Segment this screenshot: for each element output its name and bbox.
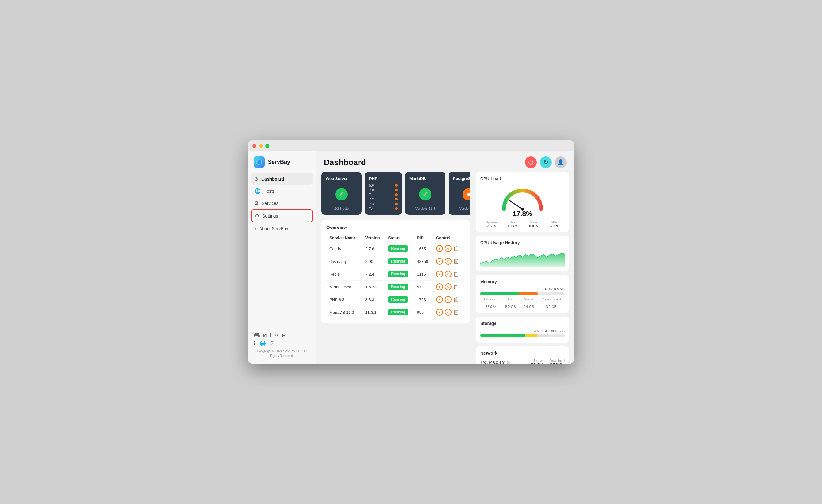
- service-name-cell: PHP 8.3: [326, 293, 362, 306]
- sidebar-item-label: About ServBay: [259, 226, 288, 231]
- memory-label-text: 10.8/16.0 GB: [544, 288, 565, 291]
- power-button[interactable]: ⏻: [525, 156, 537, 168]
- dot-icon: [395, 189, 398, 191]
- stop-button[interactable]: ■: [436, 258, 443, 265]
- cpu-system-label: System: [485, 220, 497, 224]
- cpu-history-widget: CPU Usage History: [476, 236, 569, 271]
- table-row: dnsmasq 2.90 Running 43750 ■ ↺ 📋: [326, 255, 465, 268]
- log-button[interactable]: 📋: [453, 259, 459, 264]
- cpu-gauge: 17.8%: [480, 184, 565, 218]
- sidebar-item-dashboard[interactable]: ⊙ Dashboard: [251, 173, 313, 185]
- maximize-button[interactable]: [266, 144, 270, 148]
- restart-button[interactable]: ↺: [445, 296, 452, 303]
- twitter-icon[interactable]: ✕: [275, 332, 279, 338]
- upload-label: Upload: [531, 359, 544, 363]
- sidebar-logo: ServBay: [248, 156, 316, 173]
- mariadb-card-title: MariaDB: [409, 176, 441, 181]
- refresh-button[interactable]: ↻: [540, 156, 552, 168]
- sidebar-item-services[interactable]: ⚙ Services: [251, 197, 313, 209]
- copy-icon[interactable]: ⎘: [507, 360, 510, 364]
- postgresql-card-title: PostgreSQL: [453, 176, 470, 181]
- log-button[interactable]: 📋: [453, 246, 459, 251]
- control-buttons: ■ ↺ 📋: [436, 245, 462, 252]
- info-icon: ℹ: [254, 225, 256, 231]
- status-badge: Running: [388, 284, 408, 290]
- cpu-system-value: 7.3 %: [487, 224, 496, 228]
- webserver-card[interactable]: Web Server ✓ 2/2 Hosts: [321, 172, 362, 215]
- svg-marker-1: [258, 160, 261, 164]
- mariadb-card[interactable]: MariaDB ✓ Version: 11.3: [405, 172, 445, 215]
- stop-button[interactable]: ■: [436, 296, 443, 303]
- stop-button[interactable]: ■: [436, 245, 443, 252]
- download-label: Download: [549, 359, 565, 363]
- storage-label-text: 397.6 GB/ 494.4 GB: [534, 329, 565, 333]
- php-version-row: 7.0: [369, 188, 398, 192]
- sidebar-item-settings[interactable]: ⚙ Settings: [251, 209, 313, 222]
- close-button[interactable]: [253, 144, 257, 148]
- restart-button[interactable]: ↺: [445, 283, 452, 290]
- stop-button[interactable]: ■: [436, 309, 443, 316]
- table-row: Redis 7.2.4 Running 1116 ■ ↺ 📋: [326, 268, 465, 281]
- help-icon[interactable]: ?: [270, 341, 273, 346]
- memory-stats: Pressure 35.0 % App 5.2 GB Wired 2.4 GB: [480, 297, 565, 309]
- sidebar-item-label: Services: [262, 201, 279, 206]
- control-buttons: ■ ↺ 📋: [436, 309, 462, 316]
- check-icon: ✓: [419, 188, 431, 200]
- user-button[interactable]: 👤: [555, 156, 566, 168]
- minimize-button[interactable]: [259, 144, 263, 148]
- log-button[interactable]: 📋: [453, 284, 459, 289]
- col-control: Control: [433, 234, 465, 242]
- webserver-status-icon: ✓: [326, 183, 357, 205]
- storage-bar-bg: [480, 334, 565, 337]
- youtube-icon[interactable]: ▶: [282, 332, 285, 338]
- control-cell: ■ ↺ 📋: [433, 255, 465, 268]
- sidebar-item-about[interactable]: ℹ About ServBay: [251, 223, 313, 234]
- php-card-title: PHP: [369, 176, 398, 181]
- stop-button[interactable]: ■: [436, 271, 443, 278]
- log-button[interactable]: 📋: [453, 272, 459, 277]
- pid-cell: 973: [414, 281, 433, 293]
- memory-label: 10.8/16.0 GB: [480, 288, 565, 291]
- restart-button[interactable]: ↺: [445, 245, 452, 252]
- dot-icon: [395, 198, 398, 200]
- info2-icon[interactable]: ℹ: [254, 341, 256, 346]
- network-ip-section: 192.168.0.101 ⎘: [480, 360, 510, 364]
- sidebar-item-label: Hosts: [264, 189, 275, 194]
- log-button[interactable]: 📋: [453, 297, 459, 302]
- control-buttons: ■ ↺ 📋: [436, 271, 462, 278]
- discord-icon[interactable]: 🎮: [254, 332, 260, 338]
- control-buttons: ■ ↺ 📋: [436, 258, 462, 265]
- medium-icon[interactable]: M: [263, 332, 267, 338]
- mem-stat-wired: Wired 2.4 GB: [523, 297, 534, 309]
- php-card[interactable]: PHP 5.6 7.0 7.1 7.2 7.3 7.4: [365, 172, 402, 215]
- col-version: Version: [362, 234, 385, 242]
- titlebar: [248, 140, 574, 151]
- version-cell: 1.6.23: [362, 281, 385, 293]
- cpu-nice-value: 0.0 %: [529, 224, 538, 228]
- network-row: 192.168.0.101 ⎘ Upload 0.0 KB/s Download: [480, 359, 565, 364]
- memory-title: Memory: [480, 279, 565, 284]
- logo-text: ServBay: [268, 159, 290, 165]
- mem-stat-app: App 5.2 GB: [505, 297, 516, 309]
- overview-section: Overview Service Name Version Status PID…: [321, 220, 470, 323]
- memory-bar-bg: [480, 292, 565, 296]
- postgresql-card[interactable]: PostgreSQL ■ Version: N/A: [449, 172, 470, 215]
- status-badge: Running: [388, 245, 408, 252]
- pid-cell: 43750: [414, 255, 433, 268]
- restart-button[interactable]: ↺: [445, 258, 452, 265]
- restart-button[interactable]: ↺: [445, 309, 452, 316]
- facebook-icon[interactable]: f: [270, 332, 271, 338]
- version-cell: 11.3.1: [362, 306, 385, 319]
- cpu-idle-label: Idle: [548, 220, 559, 224]
- dot-icon: [395, 207, 398, 210]
- stop-button[interactable]: ■: [436, 283, 443, 290]
- table-row: Caddy 2.7.6 Running 1665 ■ ↺ 📋: [326, 242, 465, 255]
- version-cell: 2.90: [362, 255, 385, 268]
- restart-button[interactable]: ↺: [445, 271, 452, 278]
- website-icon[interactable]: 🌐: [260, 341, 266, 346]
- settings-icon: ⚙: [255, 213, 259, 219]
- download-stat: Download 1.0 KB/s: [549, 359, 565, 364]
- log-button[interactable]: 📋: [453, 310, 459, 315]
- cpu-user-value: 10.4 %: [508, 224, 518, 228]
- sidebar-item-hosts[interactable]: 🌐 Hosts: [251, 185, 313, 197]
